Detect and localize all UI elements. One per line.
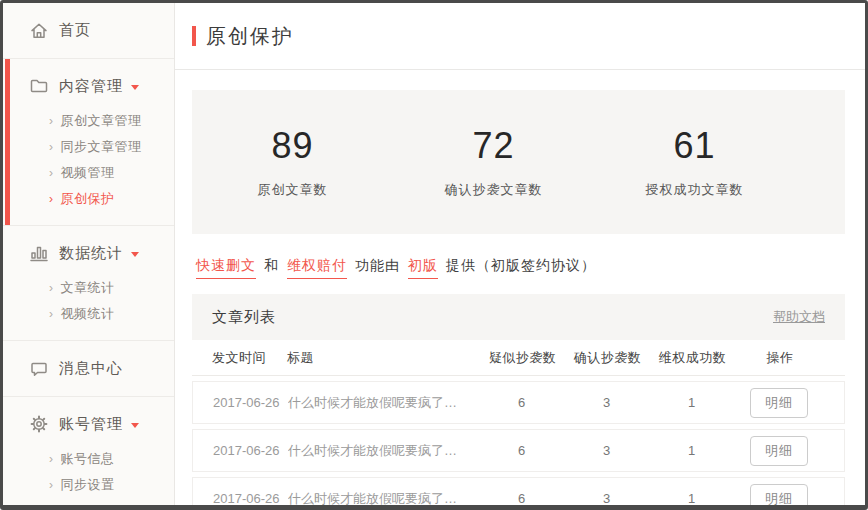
notice-text: 功能由: [355, 257, 400, 273]
provider-notice: 快速删文和维权赔付功能由初版提供（初版签约协议）: [192, 257, 845, 279]
provider-link[interactable]: 初版: [408, 257, 438, 279]
cell-article-title: 什么时候才能放假呢要疯了真是...: [288, 394, 479, 412]
chevron-right-icon: ›: [49, 452, 54, 466]
column-action: 操作: [735, 349, 825, 367]
table-row: 2017-06-26 什么时候才能放假呢要疯了真是... 6 3 1 明细: [192, 429, 845, 472]
stat-label: 确认抄袭文章数: [393, 181, 594, 199]
sidebar-item-label: 首页: [59, 21, 91, 40]
table-row: 2017-06-26 什么时候才能放假呢要疯了真是... 6 3 1 明细: [192, 477, 845, 505]
sidebar-item-label: 消息中心: [59, 359, 123, 378]
folder-icon: [29, 76, 49, 96]
sidebar-submenu-content: ›原创文章管理 ›同步文章管理 ›视频管理 ›原创保护: [3, 108, 174, 212]
chevron-right-icon: ›: [49, 307, 54, 321]
sidebar-group-stats: 数据统计 ›文章统计 ›视频统计: [3, 226, 174, 340]
sidebar-group-content-header[interactable]: 内容管理: [3, 72, 174, 100]
column-title: 标题: [287, 349, 480, 367]
chevron-right-icon: ›: [49, 140, 54, 154]
sidebar-item-account-info[interactable]: ›账号信息: [3, 446, 174, 472]
article-list-header: 文章列表 帮助文档: [192, 294, 845, 340]
sidebar-group-account-header[interactable]: 账号管理: [3, 410, 174, 438]
sidebar-group-stats-header[interactable]: 数据统计: [3, 239, 174, 267]
column-confirmed-count: 确认抄袭数: [565, 349, 650, 367]
quick-delete-link[interactable]: 快速删文: [196, 257, 256, 279]
cell-suspected-count: 6: [479, 395, 564, 410]
chevron-right-icon: ›: [49, 192, 54, 206]
cell-publish-time: 2017-06-26: [213, 491, 288, 505]
page-header: 原创保护: [175, 3, 865, 70]
active-group-indicator: [5, 59, 10, 225]
compensation-link[interactable]: 维权赔付: [287, 257, 347, 279]
cell-publish-time: 2017-06-26: [213, 395, 288, 410]
title-accent-bar: [192, 26, 196, 46]
detail-button[interactable]: 明细: [750, 484, 808, 506]
sidebar-group-account: 账号管理 ›账号信息 ›同步设置: [3, 397, 174, 505]
cell-article-title: 什么时候才能放假呢要疯了真是...: [288, 442, 479, 460]
sidebar-submenu-stats: ›文章统计 ›视频统计: [3, 275, 174, 327]
stat-label: 原创文章数: [192, 181, 393, 199]
column-publish-time: 发文时间: [212, 349, 287, 367]
sidebar-group-label: 账号管理: [59, 415, 123, 434]
chevron-right-icon: ›: [49, 478, 54, 492]
cell-publish-time: 2017-06-26: [213, 443, 288, 458]
stat-value: 72: [393, 125, 594, 167]
stat-original-articles: 89 原创文章数: [192, 125, 393, 199]
cell-suspected-count: 6: [479, 443, 564, 458]
table-row: 2017-06-26 什么时候才能放假呢要疯了真是... 6 3 1 明细: [192, 381, 845, 424]
sidebar-group-label: 数据统计: [59, 244, 123, 263]
home-icon: [29, 21, 49, 41]
article-list-card: 文章列表 帮助文档 发文时间 标题 疑似抄袭数 确认抄袭数 维权成功数 操作 2…: [192, 294, 845, 505]
sidebar-group-content: 内容管理 ›原创文章管理 ›同步文章管理 ›视频管理 ›原创保护: [3, 59, 174, 225]
sidebar-item-sync-settings[interactable]: ›同步设置: [3, 472, 174, 498]
stat-value: 89: [192, 125, 393, 167]
sidebar-group-label: 内容管理: [59, 77, 123, 96]
main-inner: 89 原创文章数 72 确认抄袭文章数 61 授权成功文章数 快速删文和维权赔付…: [175, 90, 865, 505]
sidebar-item-home[interactable]: 首页: [3, 3, 174, 58]
table-column-headers: 发文时间 标题 疑似抄袭数 确认抄袭数 维权成功数 操作: [192, 340, 845, 376]
chevron-down-icon: [131, 85, 139, 90]
sidebar: 首页 内容管理 ›原创文章管理 ›同步文章管理 ›视频管理 ›原创保护: [3, 3, 175, 505]
stats-card: 89 原创文章数 72 确认抄袭文章数 61 授权成功文章数: [192, 90, 845, 234]
bar-chart-icon: [29, 243, 49, 263]
chevron-right-icon: ›: [49, 281, 54, 295]
cell-article-title: 什么时候才能放假呢要疯了真是...: [288, 490, 479, 506]
cell-won-count: 1: [649, 491, 734, 505]
page-title: 原创保护: [206, 23, 294, 50]
cell-won-count: 1: [649, 443, 734, 458]
sidebar-item-video-mgmt[interactable]: ›视频管理: [3, 160, 174, 186]
sidebar-item-video-stats[interactable]: ›视频统计: [3, 301, 174, 327]
chevron-down-icon: [131, 423, 139, 428]
gear-icon: [29, 414, 49, 434]
sidebar-submenu-account: ›账号信息 ›同步设置: [3, 446, 174, 498]
cell-confirmed-count: 3: [564, 491, 649, 505]
column-suspected-count: 疑似抄袭数: [480, 349, 565, 367]
stat-label: 授权成功文章数: [594, 181, 795, 199]
chevron-right-icon: ›: [49, 166, 54, 180]
sidebar-item-sync-article-mgmt[interactable]: ›同步文章管理: [3, 134, 174, 160]
stat-confirmed-plagiarism: 72 确认抄袭文章数: [393, 125, 594, 199]
app-window: 首页 内容管理 ›原创文章管理 ›同步文章管理 ›视频管理 ›原创保护: [0, 0, 868, 510]
cell-suspected-count: 6: [479, 491, 564, 505]
help-doc-link[interactable]: 帮助文档: [773, 308, 825, 326]
detail-button[interactable]: 明细: [750, 388, 808, 418]
sidebar-item-original-protection[interactable]: ›原创保护: [3, 186, 174, 212]
sidebar-item-original-article-mgmt[interactable]: ›原创文章管理: [3, 108, 174, 134]
sidebar-item-message-center[interactable]: 消息中心: [3, 341, 174, 396]
article-list-title: 文章列表: [212, 308, 276, 327]
cell-confirmed-count: 3: [564, 443, 649, 458]
stat-authorized-success: 61 授权成功文章数: [594, 125, 795, 199]
main-content: 原创保护 89 原创文章数 72 确认抄袭文章数 61 授权成功文章数 快速删文…: [175, 3, 865, 505]
detail-button[interactable]: 明细: [750, 436, 808, 466]
notice-text: 和: [264, 257, 279, 273]
stat-value: 61: [594, 125, 795, 167]
cell-won-count: 1: [649, 395, 734, 410]
sidebar-item-article-stats[interactable]: ›文章统计: [3, 275, 174, 301]
cell-confirmed-count: 3: [564, 395, 649, 410]
chevron-right-icon: ›: [49, 114, 54, 128]
column-won-count: 维权成功数: [650, 349, 735, 367]
message-icon: [29, 359, 49, 379]
notice-text: 提供（初版签约协议）: [446, 257, 596, 273]
chevron-down-icon: [131, 252, 139, 257]
